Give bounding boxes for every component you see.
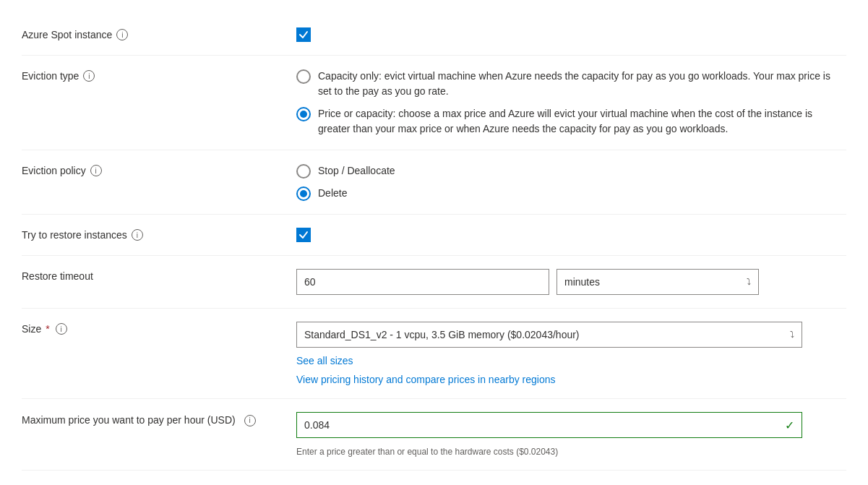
size-chevron-icon: ⤵ — [790, 330, 794, 340]
eviction-type-capacity-text: Capacity only: evict virtual machine whe… — [318, 69, 846, 99]
eviction-policy-delete-text: Delete — [318, 186, 347, 201]
azure-spot-label: Azure Spot instance i — [22, 27, 296, 40]
eviction-policy-delete-radio[interactable] — [296, 186, 311, 201]
eviction-type-price-text: Price or capacity: choose a max price an… — [318, 106, 846, 137]
size-dropdown[interactable]: Standard_DS1_v2 - 1 vcpu, 3.5 GiB memory… — [296, 322, 802, 348]
max-price-hint: Enter a price greater than or equal to t… — [296, 447, 846, 457]
try-restore-control — [296, 228, 846, 242]
azure-spot-info-icon[interactable]: i — [116, 29, 128, 40]
try-restore-row: Try to restore instances i — [22, 215, 846, 256]
max-price-valid-icon: ✓ — [785, 419, 794, 432]
size-value: Standard_DS1_v2 - 1 vcpu, 3.5 GiB memory… — [304, 329, 580, 340]
max-price-control: ✓ Enter a price greater than or equal to… — [296, 412, 846, 457]
size-row: Size * i Standard_DS1_v2 - 1 vcpu, 3.5 G… — [22, 309, 846, 399]
eviction-policy-label-text: Eviction policy — [22, 165, 86, 176]
eviction-type-label-text: Eviction type — [22, 70, 79, 82]
eviction-type-info-icon[interactable]: i — [83, 70, 95, 82]
restore-timeout-label: Restore timeout — [22, 269, 296, 282]
eviction-type-label: Eviction type i — [22, 69, 296, 82]
see-all-sizes-link[interactable]: See all sizes — [296, 355, 846, 366]
size-label-text: Size — [22, 323, 41, 335]
max-price-label-text: Maximum price you want to pay per hour (… — [22, 413, 236, 428]
try-restore-checkbox-container — [296, 228, 846, 242]
restore-timeout-unit-dropdown[interactable]: minutes ⤵ — [557, 269, 759, 295]
azure-spot-checkbox-container — [296, 27, 846, 42]
eviction-policy-stop-text: Stop / Deallocate — [318, 163, 395, 179]
eviction-type-row: Eviction type i Capacity only: evict vir… — [22, 56, 846, 150]
max-price-label: Maximum price you want to pay per hour (… — [22, 412, 296, 428]
eviction-policy-stop-option[interactable]: Stop / Deallocate — [296, 163, 846, 179]
try-restore-info-icon[interactable]: i — [132, 229, 143, 241]
max-price-row: Maximum price you want to pay per hour (… — [22, 399, 846, 471]
eviction-policy-info-icon[interactable]: i — [90, 165, 102, 176]
eviction-policy-row: Eviction policy i Stop / Deallocate Dele… — [22, 150, 846, 215]
eviction-policy-delete-option[interactable]: Delete — [296, 186, 846, 201]
eviction-type-price-option[interactable]: Price or capacity: choose a max price an… — [296, 106, 846, 137]
eviction-type-price-radio[interactable] — [296, 107, 311, 121]
eviction-type-capacity-radio[interactable] — [296, 69, 311, 84]
azure-spot-label-text: Azure Spot instance — [22, 29, 112, 40]
size-label: Size * i — [22, 322, 296, 335]
eviction-policy-control: Stop / Deallocate Delete — [296, 163, 846, 201]
restore-timeout-input[interactable] — [296, 269, 549, 295]
restore-check-icon — [298, 230, 309, 240]
size-required-star: * — [46, 323, 49, 335]
azure-spot-row: Azure Spot instance i — [22, 14, 846, 56]
azure-spot-control — [296, 27, 846, 42]
restore-timeout-row: Restore timeout minutes ⤵ — [22, 256, 846, 309]
restore-timeout-control: minutes ⤵ — [296, 269, 846, 295]
try-restore-checkbox[interactable] — [296, 228, 311, 242]
size-control: Standard_DS1_v2 - 1 vcpu, 3.5 GiB memory… — [296, 322, 846, 385]
size-info-icon[interactable]: i — [56, 323, 67, 335]
max-price-input-container: ✓ — [296, 412, 802, 438]
restore-timeout-inputs: minutes ⤵ — [296, 269, 846, 295]
azure-spot-checkbox[interactable] — [296, 27, 311, 42]
eviction-type-control: Capacity only: evict virtual machine whe… — [296, 69, 846, 137]
eviction-policy-label: Eviction policy i — [22, 163, 296, 176]
try-restore-label: Try to restore instances i — [22, 228, 296, 241]
max-price-input[interactable] — [304, 419, 745, 431]
check-icon — [298, 30, 309, 40]
try-restore-label-text: Try to restore instances — [22, 229, 127, 241]
max-price-info-icon[interactable]: i — [244, 415, 256, 426]
eviction-policy-stop-radio[interactable] — [296, 164, 311, 179]
restore-timeout-label-text: Restore timeout — [22, 270, 93, 282]
pricing-history-link[interactable]: View pricing history and compare prices … — [296, 374, 846, 385]
eviction-type-capacity-option[interactable]: Capacity only: evict virtual machine whe… — [296, 69, 846, 99]
restore-timeout-chevron-icon: ⤵ — [747, 277, 751, 287]
restore-timeout-unit-value: minutes — [564, 276, 600, 288]
